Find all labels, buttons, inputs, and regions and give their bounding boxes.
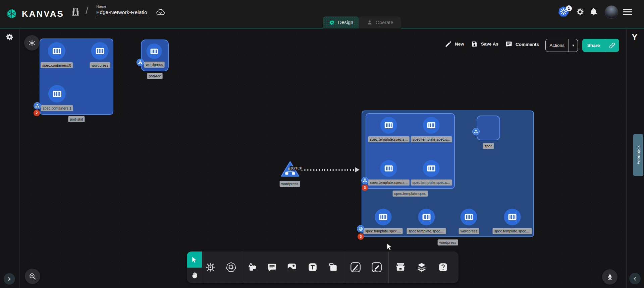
copy-link-icon[interactable] (605, 42, 619, 49)
toolbar-divider (242, 251, 242, 283)
pencil-icon (445, 41, 452, 48)
node-label: spec.containers.0 (41, 62, 73, 68)
container-icon[interactable] (147, 44, 162, 59)
help-tool[interactable] (438, 262, 448, 272)
container-node[interactable]: spec.template.spec.s... (411, 160, 452, 186)
cloud-saved-icon[interactable] (156, 8, 166, 17)
chevron-right-icon (7, 276, 12, 282)
snowflake-button[interactable] (24, 35, 40, 51)
container-icon[interactable] (91, 42, 109, 60)
kubernetes-count-badge[interactable]: 1 (566, 5, 572, 11)
tab-design-label: Design (338, 20, 353, 25)
tab-operate-label: Operate (376, 20, 393, 25)
error-count-badge[interactable]: 2 (34, 110, 40, 116)
user-avatar[interactable] (605, 5, 618, 19)
design-name-input[interactable] (96, 9, 150, 18)
error-count-badge[interactable]: 3 (362, 185, 368, 191)
container-node[interactable]: spec.template.spec.... (407, 209, 446, 234)
cursor-icon (191, 256, 198, 263)
hierarchy-badge[interactable] (361, 177, 369, 184)
actions-button[interactable]: Actions ▾ (545, 39, 578, 52)
group-label: wordpress (438, 239, 458, 245)
select-tool-button[interactable] (187, 251, 202, 268)
container-node[interactable]: wordpress (90, 42, 110, 68)
expand-panel-button[interactable] (4, 273, 15, 285)
comments-label: Comments (516, 42, 539, 47)
container-node[interactable]: spec.template.spec.s... (411, 117, 452, 142)
settings-gear-icon[interactable] (576, 7, 585, 18)
container-icon[interactable] (423, 117, 440, 134)
container-icon[interactable] (418, 209, 435, 225)
layers-tool[interactable] (417, 262, 427, 273)
image-tool[interactable] (287, 262, 297, 273)
right-panel-toggle[interactable]: Y (632, 32, 638, 43)
container-icon[interactable] (375, 209, 391, 225)
node-label: spec.template.spec.... (407, 228, 446, 234)
hierarchy-badge[interactable] (137, 59, 144, 66)
design-name-block: Name (96, 4, 150, 18)
container-node[interactable]: wordpress (459, 209, 479, 234)
shapes-tool[interactable] (247, 262, 258, 273)
toolbar-divider (388, 251, 389, 283)
tab-operate[interactable]: Operate (359, 16, 401, 28)
design-spiral-icon (329, 19, 335, 26)
node-label: wordpress (90, 62, 110, 68)
feedback-tab[interactable]: Feedback (633, 134, 643, 176)
organization-building-icon[interactable] (71, 7, 80, 18)
node-spec[interactable] (477, 116, 500, 140)
container-icon[interactable] (48, 42, 65, 60)
menu-icon[interactable] (623, 9, 632, 15)
new-label: New (455, 42, 464, 47)
caret-down-icon[interactable]: ▾ (569, 43, 578, 48)
drawer-tool[interactable] (395, 262, 406, 273)
pan-tool-button[interactable] (187, 268, 202, 283)
kanvas-app: KANVAS / Name (0, 0, 644, 288)
node-label: spec.template.spec.s... (368, 179, 410, 186)
node-label: spec (483, 143, 494, 149)
pen-nib-icon (606, 273, 614, 281)
container-node[interactable]: wordpress (144, 44, 165, 68)
zoom-button[interactable] (25, 269, 40, 284)
toolbar-divider (202, 251, 202, 283)
container-icon[interactable] (380, 117, 397, 134)
tab-design[interactable]: Design (323, 16, 359, 28)
kubernetes-tool[interactable] (226, 262, 236, 273)
hierarchy-badge[interactable] (472, 128, 480, 135)
error-count-badge[interactable]: 3 (358, 233, 364, 240)
hierarchy-badge[interactable] (34, 102, 41, 110)
container-node[interactable]: spec.containers.1 (41, 85, 73, 111)
node-label: wordpress (459, 228, 479, 234)
zoom-in-icon (29, 272, 37, 280)
container-icon[interactable] (48, 85, 66, 102)
operate-person-icon (367, 19, 373, 25)
container-node[interactable]: spec.template.spec.... (364, 209, 403, 234)
text-tool[interactable] (308, 262, 318, 272)
node-label: spec.template.spec.... (493, 228, 532, 234)
container-node[interactable]: spec.containers.0 (41, 42, 73, 68)
new-button[interactable]: New (445, 41, 464, 48)
container-icon[interactable] (461, 209, 477, 225)
container-node[interactable]: spec.template.spec.s... (368, 160, 410, 186)
collapse-panel-button[interactable] (629, 273, 641, 284)
group-label: pod-skd (68, 116, 85, 122)
container-node[interactable]: spec.template.spec.... (493, 209, 532, 234)
pen-tool[interactable] (350, 262, 361, 273)
group-label: spec.template.spec (393, 191, 428, 197)
freehand-draw-tool[interactable] (371, 262, 382, 273)
whiteboarding-button[interactable] (602, 269, 618, 285)
comment-tool[interactable] (267, 262, 277, 272)
save-as-button[interactable]: Save As (471, 41, 498, 48)
integration-chip-tool[interactable] (205, 262, 216, 273)
notifications-bell-icon[interactable] (589, 7, 598, 17)
meshery-spiral-icon[interactable] (5, 32, 14, 43)
kanvas-logo[interactable]: KANVAS (5, 7, 64, 20)
container-icon[interactable] (423, 160, 440, 177)
share-button[interactable]: Share (582, 39, 619, 52)
container-icon[interactable] (504, 209, 521, 225)
globe-badge[interactable] (357, 225, 364, 232)
service-edge[interactable] (301, 169, 355, 171)
container-icon[interactable] (380, 160, 397, 177)
sticky-note-tool[interactable] (328, 262, 338, 272)
container-node[interactable]: spec.template.spec.s... (368, 117, 410, 142)
comments-button[interactable]: Comments (505, 41, 539, 48)
